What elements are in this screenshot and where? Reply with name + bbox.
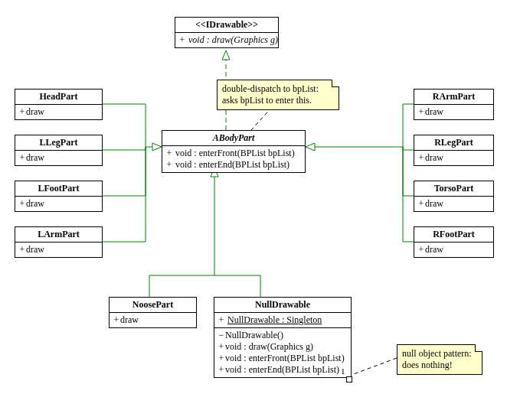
class-idrawable: <<IDrawable>> + void : draw(Graphics g) [175, 17, 279, 48]
stereotype-label: <<IDrawable>> [195, 19, 258, 30]
attr-singleton: + NullDrawable : Singleton [218, 314, 348, 326]
class-nulldrawable: NullDrawable + NullDrawable : Singleton … [214, 297, 352, 378]
note-null-object: null object pattern: does nothing! [397, 344, 482, 375]
class-abodypart-title: ABodyPart [162, 131, 305, 146]
svg-line-2 [352, 358, 397, 375]
note-double-dispatch: double-dispatch to bpList: asks bpList t… [217, 80, 339, 110]
class-torsopart: TorsoPart +draw [414, 181, 494, 212]
member-draw: + void : draw(Graphics g) [178, 34, 275, 46]
qualifier-box [346, 376, 352, 383]
svg-line-1 [251, 107, 272, 130]
member-enterfront: + void : enterFront(BPList bpList) [165, 148, 302, 159]
class-rlegpart: RLegPart +draw [414, 135, 494, 166]
multiplicity-null: 1 [341, 366, 345, 376]
class-rfootpart: RFootPart +draw [414, 226, 494, 258]
class-abodypart: ABodyPart + void : enterFront(BPList bpL… [162, 130, 306, 173]
class-llegpart: LLegPart +draw [15, 135, 103, 166]
class-lfootpart: LFootPart +draw [15, 181, 103, 212]
class-idrawable-title: <<IDrawable>> [175, 18, 278, 33]
class-rarmpart: RArmPart +draw [414, 89, 494, 120]
member-enterend: + void : enterEnd(BPList bpList) [165, 159, 302, 171]
class-headpart: HeadPart +draw [15, 89, 103, 120]
class-noosepart: NoosePart +draw [109, 297, 197, 328]
class-larmpart: LArmPart +draw [15, 226, 103, 258]
